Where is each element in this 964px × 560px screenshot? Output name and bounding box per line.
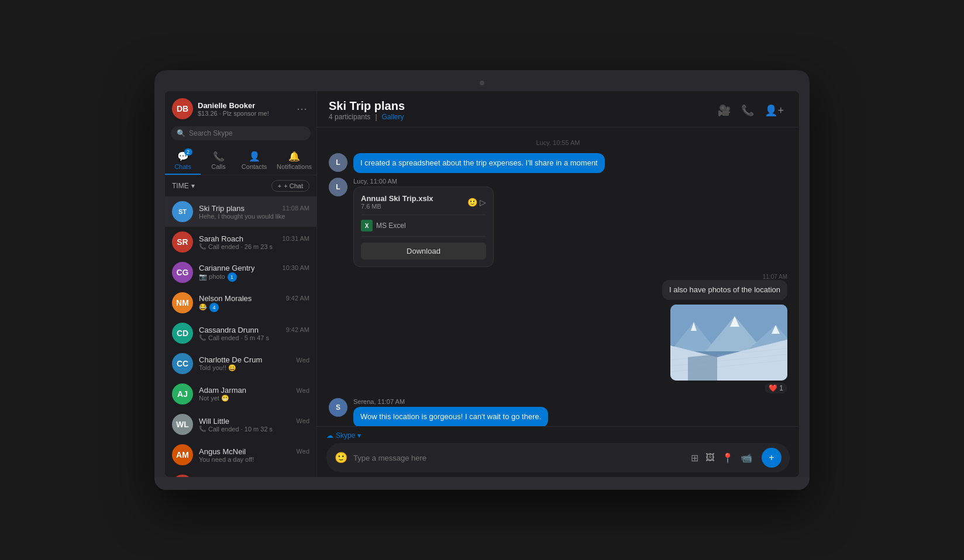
list-item[interactable]: AJ Adam Jarman Wed Not yet 😬	[165, 379, 316, 409]
image-icon: 🖼	[705, 452, 715, 462]
laptop-camera	[480, 81, 484, 85]
participants-count: 4 participants	[329, 113, 370, 121]
chat-name: Carianne Gentry	[199, 264, 254, 272]
chat-name: Nelson Morales	[199, 294, 252, 303]
table-row: L I created a spreadsheet about the trip…	[329, 153, 787, 173]
avatar: AJ	[172, 383, 193, 405]
chat-preview: 📞 Call ended · 26 m 23 s	[199, 243, 309, 250]
list-item[interactable]: WL Will Little Wed 📞 Call ended · 10 m 3…	[165, 409, 316, 440]
chat-time: 10:30 AM	[283, 264, 309, 271]
avatar: ST	[172, 201, 193, 222]
file-type: X MS Excel	[361, 215, 486, 237]
list-item[interactable]: MP MJ Price Tue Teehee!	[165, 470, 316, 477]
phone-icon: 📞	[741, 105, 754, 116]
profile-name: Danielle Booker	[198, 101, 290, 110]
separator: |	[375, 113, 377, 121]
list-item[interactable]: CG Carianne Gentry 10:30 AM 📷 photo 1	[165, 257, 316, 288]
file-details: Annual Ski Trip.xslx 7.6 MB	[361, 194, 433, 210]
list-item[interactable]: AM Angus McNeil Wed You need a day off!	[165, 440, 316, 470]
reaction-count: 1	[779, 384, 783, 392]
message-bubble: I also have photos of the location	[662, 280, 787, 300]
chats-header: TIME ▾ + + Chat	[165, 175, 316, 196]
file-size: 7.6 MB	[361, 203, 433, 210]
search-bar[interactable]: 🔍	[171, 126, 311, 140]
new-chat-label: + Chat	[284, 182, 303, 189]
search-input[interactable]	[189, 129, 305, 137]
attach-file-button[interactable]: ⊞	[690, 451, 700, 465]
message-text: I created a spreadsheet about the trip e…	[360, 158, 598, 167]
svg-marker-12	[688, 354, 717, 381]
new-chat-plus-icon: +	[278, 182, 281, 189]
tab-notifications[interactable]: 🔔 Notifications	[272, 147, 316, 175]
message-sender: Lucy, 11:00 AM	[353, 178, 494, 185]
search-icon: 🔍	[177, 129, 185, 137]
chat-preview: 📞 Call ended · 5 m 47 s	[199, 334, 309, 341]
message-sender: Serena, 11:07 AM	[353, 398, 548, 405]
chat-name: Charlotte De Crum	[199, 355, 262, 364]
message-input[interactable]	[353, 454, 684, 462]
add-participant-button[interactable]: 👤+	[761, 101, 787, 120]
chat-info: Sarah Roach 10:31 AM 📞 Call ended · 26 m…	[199, 234, 309, 250]
message-text: Wow this location is gorgeous! I can't w…	[360, 412, 541, 421]
chat-subtitle: 4 participants | Gallery	[329, 113, 405, 121]
video-message-button[interactable]: 📹	[739, 451, 753, 465]
chat-name: Sarah Roach	[199, 234, 243, 243]
avatar: SR	[172, 231, 193, 253]
message-bubble: Wow this location is gorgeous! I can't w…	[353, 407, 548, 426]
chat-preview: 📞 Call ended · 10 m 32 s	[199, 426, 309, 433]
calls-icon: 📞	[213, 151, 225, 162]
tab-contacts[interactable]: 👤 Contacts	[236, 147, 272, 175]
chat-badge: 1	[228, 272, 237, 282]
chat-time: 10:31 AM	[283, 235, 309, 242]
avatar: WL	[172, 414, 193, 435]
chat-header-info: Ski Trip plans 4 participants | Gallery	[329, 99, 405, 121]
avatar: CC	[172, 353, 193, 374]
avatar: S	[329, 398, 347, 417]
forward-icon[interactable]: ▷	[480, 198, 486, 207]
chat-header-actions: 🎥 📞 👤+	[714, 101, 787, 120]
chat-preview: You need a day off!	[199, 456, 309, 463]
tab-calls[interactable]: 📞 Calls	[201, 147, 236, 175]
download-button[interactable]: Download	[361, 243, 486, 260]
message-content: Serena, 11:07 AM Wow this location is go…	[353, 398, 548, 426]
new-chat-button[interactable]: + + Chat	[271, 180, 309, 192]
attach-icon: ⊞	[691, 453, 698, 463]
location-button[interactable]: 📍	[721, 451, 735, 465]
emoji-react-icon[interactable]: 🙂	[467, 198, 477, 207]
video-call-button[interactable]: 🎥	[714, 101, 734, 120]
list-item[interactable]: NM Nelson Morales 9:42 AM 😂 4	[165, 288, 316, 318]
voice-call-button[interactable]: 📞	[738, 101, 758, 120]
gallery-link[interactable]: Gallery	[382, 113, 404, 121]
list-item[interactable]: SR Sarah Roach 10:31 AM 📞 Call ended · 2…	[165, 227, 316, 257]
message-text: I also have photos of the location	[669, 285, 780, 294]
list-item[interactable]: CD Cassandra Drunn 9:42 AM 📞 Call ended …	[165, 318, 316, 348]
list-item[interactable]: ST Ski Trip plans 11:08 AM Hehe, I thoug…	[165, 196, 316, 227]
table-row: S Serena, 11:07 AM Wow this location is …	[329, 398, 787, 426]
file-name: Annual Ski Trip.xslx	[361, 194, 433, 203]
chat-header: Ski Trip plans 4 participants | Gallery …	[317, 91, 799, 127]
profile-avatar[interactable]: DB	[172, 98, 193, 119]
video-icon: 🎥	[718, 105, 731, 116]
chat-preview: Not yet 😬	[199, 395, 309, 402]
skype-label[interactable]: ☁ Skype ▾	[326, 431, 790, 440]
tab-chats[interactable]: 💬 2 Chats	[165, 147, 201, 175]
sort-chevron-icon: ▾	[191, 182, 195, 190]
image-button[interactable]: 🖼	[704, 451, 716, 464]
chat-name: Cassandra Drunn	[199, 326, 259, 334]
sidebar-profile: DB Danielle Booker $13.26 · Plz sponsor …	[165, 91, 316, 124]
excel-icon: X	[361, 220, 373, 231]
list-item[interactable]: CC Charlotte De Crum Wed Told you!! 😄	[165, 348, 316, 379]
table-row: ❤️ 1	[329, 305, 787, 393]
emoji-button[interactable]: 🙂	[335, 451, 347, 464]
chat-name: Ski Trip plans	[199, 204, 245, 213]
send-button[interactable]: +	[762, 448, 781, 468]
chat-info: Carianne Gentry 10:30 AM 📷 photo 1	[199, 264, 309, 282]
timestamp-label: Lucy, 10:55 AM	[329, 139, 787, 146]
reaction-badge[interactable]: ❤️ 1	[765, 383, 787, 393]
chat-time: Wed	[297, 448, 309, 455]
ski-photo[interactable]	[670, 305, 787, 381]
profile-menu-button[interactable]: ⋯	[294, 100, 309, 117]
message-time: 11:07 AM	[763, 274, 787, 280]
add-person-icon: 👤+	[765, 105, 784, 116]
chats-sort[interactable]: TIME ▾	[172, 182, 195, 190]
